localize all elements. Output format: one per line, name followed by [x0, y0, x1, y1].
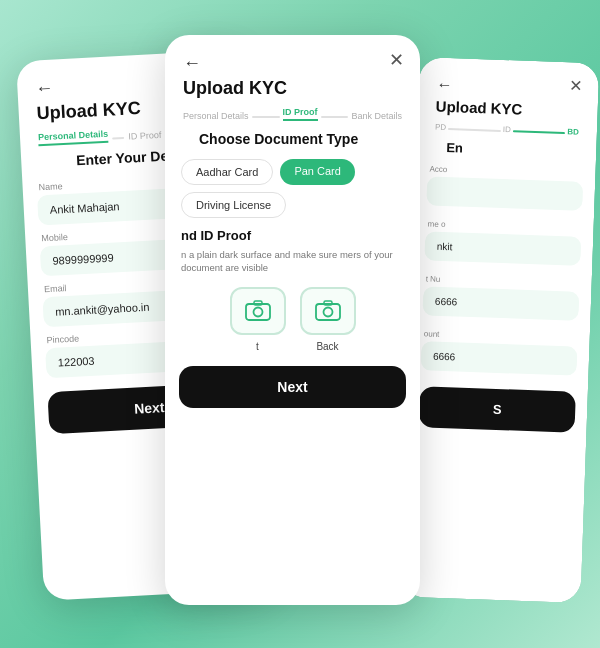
card3-field-2: me o [424, 219, 582, 271]
card3-step2-label: ID [503, 125, 511, 134]
card3-close-icon[interactable]: ✕ [569, 76, 583, 95]
chip-aadhar[interactable]: Aadhar Card [181, 159, 273, 185]
svg-rect-3 [316, 304, 340, 320]
svg-rect-2 [254, 301, 262, 305]
card3-input-4[interactable] [421, 341, 578, 375]
card3-input-3[interactable] [422, 286, 579, 320]
card3-field-4: ount [420, 329, 578, 381]
card3-input-1[interactable] [426, 176, 583, 210]
svg-rect-5 [324, 301, 332, 305]
scene: ✕ ← Upload KYC Personal Details ID Proof… [0, 0, 600, 648]
card3-field-3: t Nu [422, 274, 580, 326]
back-arrow-icon[interactable]: ← [35, 77, 54, 99]
upload-front-icon [230, 287, 286, 335]
card3-input-2[interactable] [424, 231, 581, 265]
card3-step3-label: BD [567, 127, 579, 136]
card2-step2-line [321, 116, 349, 118]
card2-close-icon[interactable]: ✕ [389, 49, 404, 71]
card2-title: Upload KYC [183, 78, 402, 99]
card3-next-button[interactable]: S [419, 386, 576, 432]
upload-buttons-container: t Back [165, 287, 420, 352]
upload-hint-text: n a plain dark surface and make sure mer… [165, 248, 420, 275]
card3-title: Upload KYC [435, 98, 580, 120]
card2-step1-label: Personal Details [183, 111, 249, 121]
card2-section-title: Choose Document Type [183, 131, 402, 147]
card2-header: ✕ ← Upload KYC Personal Details ID Proof… [165, 35, 420, 121]
svg-rect-0 [246, 304, 270, 320]
doc-chips-container: Aadhar Card Pan Card Driving License [165, 159, 420, 218]
svg-point-4 [323, 307, 332, 316]
card3-step1-label: PD [435, 123, 446, 132]
card3-step1-line [448, 128, 501, 132]
upload-hint-title: nd ID Proof [165, 228, 420, 243]
card2-step1-line [252, 116, 280, 118]
card3-field-1: Acco [426, 164, 584, 216]
upload-front-btn[interactable]: t [230, 287, 286, 352]
card2-back-arrow-icon[interactable]: ← [183, 53, 201, 74]
upload-back-btn[interactable]: Back [300, 287, 356, 352]
upload-back-label: Back [316, 341, 338, 352]
chip-driving[interactable]: Driving License [181, 192, 286, 218]
step2-label: ID Proof [128, 130, 161, 142]
step1-line [112, 137, 124, 140]
card3-back-arrow-icon[interactable]: ← [436, 76, 453, 95]
card2-step3-label: Bank Details [351, 111, 402, 121]
card2-next-button[interactable]: Next [179, 366, 406, 408]
card3-section-title: En [434, 140, 578, 160]
card-bank-details: ✕ ← Upload KYC PD ID BD En Acco me o t N… [401, 57, 600, 603]
card3-header: ✕ ← Upload KYC PD ID BD [417, 57, 599, 137]
card3-form: Acco me o t Nu ount [408, 164, 595, 382]
chip-pan[interactable]: Pan Card [280, 159, 354, 185]
card3-step2-line [513, 130, 566, 134]
step1-label: Personal Details [38, 129, 109, 147]
upload-back-icon [300, 287, 356, 335]
card2-step2-label: ID Proof [283, 107, 318, 121]
upload-front-label: t [256, 341, 259, 352]
card-id-proof: ✕ ← Upload KYC Personal Details ID Proof… [165, 35, 420, 605]
svg-point-1 [253, 307, 262, 316]
